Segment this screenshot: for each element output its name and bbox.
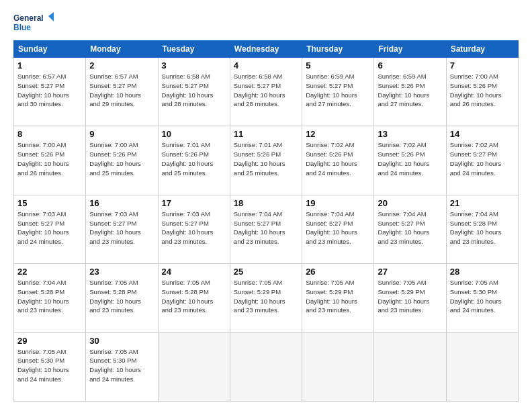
day-info: Sunrise: 7:05 AMSunset: 5:29 PMDaylight:…: [306, 278, 370, 315]
day-number: 16: [89, 198, 154, 208]
calendar-cell: [158, 332, 230, 401]
calendar-week-3: 15Sunrise: 7:03 AMSunset: 5:27 PMDayligh…: [14, 195, 519, 263]
day-number: 20: [378, 198, 442, 208]
logo-svg: General Blue: [13, 12, 54, 34]
calendar-cell: 16Sunrise: 7:03 AMSunset: 5:27 PMDayligh…: [86, 195, 158, 263]
day-number: 27: [378, 267, 442, 277]
logo: General Blue: [13, 12, 54, 34]
day-number: 4: [234, 60, 298, 71]
day-info: Sunrise: 6:59 AMSunset: 5:26 PMDaylight:…: [378, 72, 442, 109]
calendar-cell: [302, 332, 374, 401]
calendar-cell: 14Sunrise: 7:02 AMSunset: 5:27 PMDayligh…: [446, 126, 518, 195]
day-number: 8: [17, 129, 82, 139]
day-number: 1: [17, 60, 82, 71]
calendar-cell: [446, 332, 518, 401]
calendar-table: SundayMondayTuesdayWednesdayThursdayFrid…: [13, 40, 519, 402]
calendar-cell: 20Sunrise: 7:04 AMSunset: 5:27 PMDayligh…: [374, 195, 446, 263]
day-info: Sunrise: 6:58 AMSunset: 5:27 PMDaylight:…: [234, 72, 298, 109]
col-header-tuesday: Tuesday: [158, 41, 230, 58]
col-header-monday: Monday: [86, 41, 158, 58]
day-number: 26: [306, 267, 370, 277]
calendar-cell: 9Sunrise: 7:00 AMSunset: 5:26 PMDaylight…: [86, 126, 158, 195]
day-number: 21: [450, 198, 515, 208]
calendar-cell: 27Sunrise: 7:05 AMSunset: 5:29 PMDayligh…: [374, 264, 446, 332]
calendar-cell: 22Sunrise: 7:04 AMSunset: 5:28 PMDayligh…: [14, 264, 86, 332]
day-number: 23: [89, 267, 154, 277]
day-info: Sunrise: 6:59 AMSunset: 5:27 PMDaylight:…: [306, 72, 370, 109]
calendar-cell: 28Sunrise: 7:05 AMSunset: 5:30 PMDayligh…: [446, 264, 518, 332]
day-number: 2: [89, 60, 154, 71]
calendar-cell: 19Sunrise: 7:04 AMSunset: 5:27 PMDayligh…: [302, 195, 374, 263]
header: General Blue: [13, 12, 519, 34]
day-info: Sunrise: 7:02 AMSunset: 5:26 PMDaylight:…: [378, 140, 442, 177]
day-info: Sunrise: 7:05 AMSunset: 5:29 PMDaylight:…: [234, 278, 298, 315]
day-info: Sunrise: 7:01 AMSunset: 5:26 PMDaylight:…: [234, 140, 298, 177]
calendar-cell: 18Sunrise: 7:04 AMSunset: 5:27 PMDayligh…: [230, 195, 302, 263]
calendar-cell: 24Sunrise: 7:05 AMSunset: 5:28 PMDayligh…: [158, 264, 230, 332]
calendar-cell: 8Sunrise: 7:00 AMSunset: 5:26 PMDaylight…: [14, 126, 86, 195]
day-number: 12: [306, 129, 370, 139]
day-number: 6: [378, 60, 442, 71]
day-number: 19: [306, 198, 370, 208]
day-info: Sunrise: 7:00 AMSunset: 5:26 PMDaylight:…: [17, 140, 82, 177]
day-info: Sunrise: 6:57 AMSunset: 5:27 PMDaylight:…: [17, 72, 82, 109]
calendar-cell: 11Sunrise: 7:01 AMSunset: 5:26 PMDayligh…: [230, 126, 302, 195]
calendar-week-1: 1Sunrise: 6:57 AMSunset: 5:27 PMDaylight…: [14, 58, 519, 126]
day-number: 18: [234, 198, 298, 208]
day-info: Sunrise: 7:03 AMSunset: 5:27 PMDaylight:…: [17, 210, 82, 246]
calendar-cell: 17Sunrise: 7:03 AMSunset: 5:27 PMDayligh…: [158, 195, 230, 263]
day-info: Sunrise: 7:05 AMSunset: 5:30 PMDaylight:…: [17, 347, 82, 384]
day-info: Sunrise: 7:05 AMSunset: 5:30 PMDaylight:…: [89, 347, 154, 384]
day-info: Sunrise: 6:57 AMSunset: 5:27 PMDaylight:…: [89, 72, 154, 109]
day-info: Sunrise: 7:02 AMSunset: 5:27 PMDaylight:…: [450, 140, 515, 177]
day-info: Sunrise: 7:04 AMSunset: 5:28 PMDaylight:…: [17, 278, 82, 315]
day-info: Sunrise: 7:03 AMSunset: 5:27 PMDaylight:…: [162, 210, 226, 246]
day-number: 25: [234, 267, 298, 277]
day-info: Sunrise: 6:58 AMSunset: 5:27 PMDaylight:…: [162, 72, 226, 109]
calendar-cell: 30Sunrise: 7:05 AMSunset: 5:30 PMDayligh…: [86, 332, 158, 401]
day-info: Sunrise: 7:05 AMSunset: 5:29 PMDaylight:…: [378, 278, 442, 315]
svg-marker-2: [48, 12, 54, 21]
day-info: Sunrise: 7:01 AMSunset: 5:26 PMDaylight:…: [162, 140, 226, 177]
day-info: Sunrise: 7:03 AMSunset: 5:27 PMDaylight:…: [89, 210, 154, 246]
calendar-cell: 23Sunrise: 7:05 AMSunset: 5:28 PMDayligh…: [86, 264, 158, 332]
calendar-cell: 3Sunrise: 6:58 AMSunset: 5:27 PMDaylight…: [158, 58, 230, 126]
day-info: Sunrise: 7:02 AMSunset: 5:26 PMDaylight:…: [306, 140, 370, 177]
calendar-cell: 6Sunrise: 6:59 AMSunset: 5:26 PMDaylight…: [374, 58, 446, 126]
day-info: Sunrise: 7:05 AMSunset: 5:30 PMDaylight:…: [450, 278, 515, 315]
calendar-week-5: 29Sunrise: 7:05 AMSunset: 5:30 PMDayligh…: [14, 332, 519, 401]
day-info: Sunrise: 7:05 AMSunset: 5:28 PMDaylight:…: [89, 278, 154, 315]
col-header-sunday: Sunday: [14, 41, 86, 58]
col-header-wednesday: Wednesday: [230, 41, 302, 58]
day-info: Sunrise: 7:00 AMSunset: 5:26 PMDaylight:…: [450, 72, 515, 109]
day-number: 15: [17, 198, 82, 208]
calendar-week-4: 22Sunrise: 7:04 AMSunset: 5:28 PMDayligh…: [14, 264, 519, 332]
calendar-cell: 25Sunrise: 7:05 AMSunset: 5:29 PMDayligh…: [230, 264, 302, 332]
col-header-saturday: Saturday: [446, 41, 518, 58]
day-info: Sunrise: 7:00 AMSunset: 5:26 PMDaylight:…: [89, 140, 154, 177]
day-number: 10: [162, 129, 226, 139]
day-number: 24: [162, 267, 226, 277]
calendar-cell: [230, 332, 302, 401]
svg-text:General: General: [13, 13, 44, 23]
day-number: 13: [378, 129, 442, 139]
calendar-cell: 12Sunrise: 7:02 AMSunset: 5:26 PMDayligh…: [302, 126, 374, 195]
day-number: 29: [17, 336, 82, 346]
calendar-cell: 7Sunrise: 7:00 AMSunset: 5:26 PMDaylight…: [446, 58, 518, 126]
calendar-cell: 13Sunrise: 7:02 AMSunset: 5:26 PMDayligh…: [374, 126, 446, 195]
day-number: 3: [162, 60, 226, 71]
day-number: 30: [89, 336, 154, 346]
day-number: 17: [162, 198, 226, 208]
calendar-cell: 2Sunrise: 6:57 AMSunset: 5:27 PMDaylight…: [86, 58, 158, 126]
day-info: Sunrise: 7:04 AMSunset: 5:27 PMDaylight:…: [306, 210, 370, 246]
day-number: 5: [306, 60, 370, 71]
calendar-cell: 5Sunrise: 6:59 AMSunset: 5:27 PMDaylight…: [302, 58, 374, 126]
col-header-friday: Friday: [374, 41, 446, 58]
day-number: 14: [450, 129, 515, 139]
calendar-cell: 1Sunrise: 6:57 AMSunset: 5:27 PMDaylight…: [14, 58, 86, 126]
day-info: Sunrise: 7:04 AMSunset: 5:27 PMDaylight:…: [378, 210, 442, 246]
day-info: Sunrise: 7:04 AMSunset: 5:27 PMDaylight:…: [234, 210, 298, 246]
day-number: 11: [234, 129, 298, 139]
calendar-cell: 15Sunrise: 7:03 AMSunset: 5:27 PMDayligh…: [14, 195, 86, 263]
calendar-cell: 21Sunrise: 7:04 AMSunset: 5:28 PMDayligh…: [446, 195, 518, 263]
